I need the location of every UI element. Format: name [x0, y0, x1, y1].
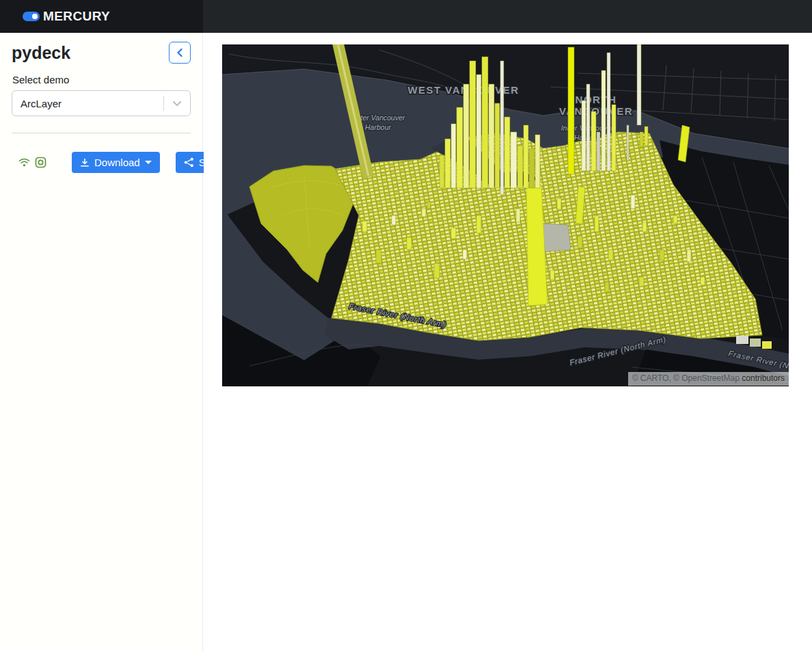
- page-title: pydeck: [12, 43, 70, 63]
- top-navbar: MERCURY: [0, 0, 812, 33]
- chevron-left-icon: [176, 48, 184, 57]
- sidebar-controls: Download Share: [12, 152, 191, 173]
- sidebar-divider: [12, 133, 191, 133]
- status-icons: [18, 157, 46, 168]
- demo-select-value: ArcLayer: [12, 98, 163, 109]
- select-chevron-down-icon: [164, 101, 190, 107]
- brand-text: MERCURY: [43, 9, 110, 24]
- sidebar-header: pydeck: [12, 42, 191, 74]
- navbar-brand-area[interactable]: MERCURY: [0, 0, 203, 33]
- map-attribution: © CARTO, © OpenStreetMap contributors: [628, 372, 789, 386]
- attribution-suffix: contributors: [742, 373, 785, 383]
- label-north-vancouver-1: NORTH: [576, 94, 617, 105]
- gray-blocks-zone: [542, 224, 571, 252]
- caret-down-icon: [145, 161, 152, 164]
- label-outer-harbour-2: Harbour: [365, 123, 391, 131]
- deckgl-map-canvas[interactable]: WEST VANCOUVER NORTH VANCOUVER Outer Van…: [222, 44, 789, 386]
- map-scene: WEST VANCOUVER NORTH VANCOUVER Outer Van…: [222, 44, 789, 386]
- download-button[interactable]: Download: [72, 152, 160, 173]
- carto-attribution-link[interactable]: © CARTO,: [632, 373, 671, 383]
- main-content: WEST VANCOUVER NORTH VANCOUVER Outer Van…: [204, 33, 812, 651]
- sidebar: pydeck Select demo ArcLayer: [0, 33, 203, 651]
- select-demo-label: Select demo: [12, 74, 191, 85]
- demo-select[interactable]: ArcLayer: [12, 90, 191, 116]
- app-running-icon: [35, 157, 46, 168]
- download-label: Download: [94, 157, 140, 168]
- osm-attribution-link[interactable]: © OpenStreetMap: [673, 373, 740, 383]
- share-nodes-icon: [184, 157, 194, 168]
- collapse-sidebar-button[interactable]: [169, 42, 191, 64]
- download-icon: [80, 158, 90, 168]
- wifi-connected-icon: [18, 157, 30, 168]
- mercury-logo-toggle-icon: [23, 12, 40, 21]
